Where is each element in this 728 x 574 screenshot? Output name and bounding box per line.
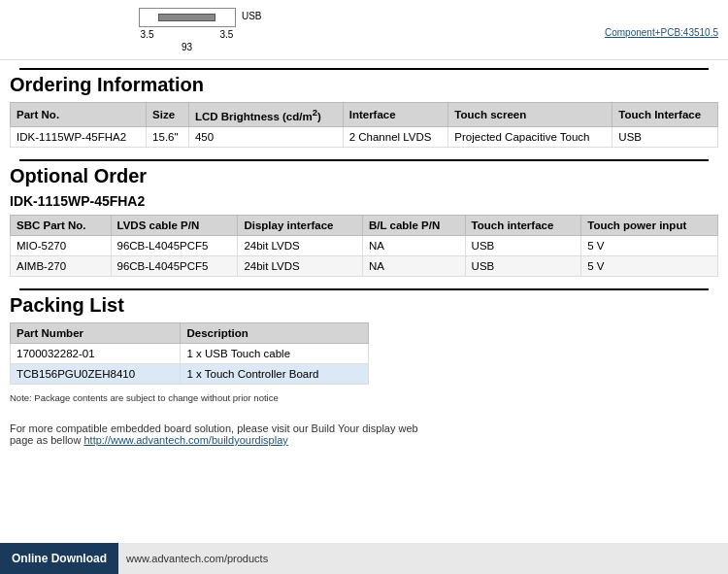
packing-table-header: Part Number Description [11, 322, 369, 343]
dim1-right: 3.5 [220, 29, 234, 40]
footer-text: For more compatible embedded board solut… [0, 403, 728, 454]
th-part-number: Part Number [11, 322, 181, 343]
optional-order-title: Optional Order [10, 165, 718, 187]
th-interface: Interface [343, 103, 448, 127]
cell-bl-0: NA [362, 235, 465, 255]
cell-interface: 2 Channel LVDS [343, 126, 448, 147]
online-download-label: Online Download [0, 543, 118, 574]
cell-lvds-1: 96CB-L4045PCF5 [111, 255, 238, 276]
online-download-url: www.advantech.com/products [118, 543, 728, 574]
diagram-placeholder: USB 3.5 3.5 93 Component [10, 8, 718, 52]
ordering-info-section: Ordering Information Part No. Size LCD B… [0, 60, 728, 152]
cell-bl-1: NA [362, 255, 465, 276]
optional-order-table: SBC Part No. LVDS cable P/N Display inte… [10, 215, 718, 277]
th-touch-interface: Touch Interface [612, 103, 718, 127]
cell-touch-if-0: USB [465, 235, 581, 255]
diagram-box: USB [139, 8, 236, 27]
packing-list-title: Packing List [10, 294, 718, 317]
cell-touch-if-1: USB [465, 255, 581, 276]
th-display-interface: Display interface [238, 215, 363, 235]
optional-order-subtitle: IDK-1115WP-45FHA2 [10, 193, 718, 209]
diagram-area: USB 3.5 3.5 93 Component [0, 0, 728, 60]
dimension-row-1: 3.5 3.5 [141, 29, 234, 40]
usb-label: USB [242, 11, 262, 21]
th-touch-power: Touch power input [581, 215, 718, 235]
th-touch-screen: Touch screen [448, 103, 612, 127]
cell-packing-desc-1: 1 x Touch Controller Board [181, 363, 369, 384]
th-size: Size [147, 103, 189, 127]
cell-touch-interface: USB [612, 126, 718, 147]
optional-table-row-0: MIO-5270 96CB-L4045PCF5 24bit LVDS NA US… [11, 235, 718, 255]
ordering-info-table: Part No. Size LCD Brightness (cd/m2) Int… [10, 102, 718, 148]
optional-table-header: SBC Part No. LVDS cable P/N Display inte… [11, 215, 718, 235]
optional-table-row-1: AIMB-270 96CB-L4045PCF5 24bit LVDS NA US… [11, 255, 718, 276]
cell-part-no: IDK-1115WP-45FHA2 [11, 126, 147, 147]
cell-sbc-part-0: MIO-5270 [11, 235, 112, 255]
th-lvds-cable: LVDS cable P/N [111, 215, 238, 235]
footer-link[interactable]: http://www.advantech.com/buildyourdispla… [83, 434, 287, 446]
cell-display-if-0: 24bit LVDS [238, 235, 363, 255]
th-brightness: LCD Brightness (cd/m2) [188, 103, 343, 127]
th-description: Description [181, 322, 369, 343]
packing-list-section: Packing List Part Number Description 170… [0, 281, 728, 388]
cell-packing-part-0: 1700032282-01 [11, 343, 181, 363]
cell-brightness: 450 [188, 126, 343, 147]
cell-touch-pwr-0: 5 V [581, 235, 718, 255]
ordering-table-header: Part No. Size LCD Brightness (cd/m2) Int… [11, 103, 718, 127]
packing-note: Note: Package contents are subject to ch… [0, 392, 728, 403]
bottom-bar: Online Download www.advantech.com/produc… [0, 543, 728, 574]
cell-packing-part-1: TCB156PGU0ZEH8410 [11, 363, 181, 384]
ordering-divider [19, 68, 709, 70]
optional-order-section: Optional Order IDK-1115WP-45FHA2 SBC Par… [0, 152, 728, 281]
cell-lvds-0: 96CB-L4045PCF5 [111, 235, 238, 255]
component-link[interactable]: Component+PCB:43510.5 [605, 27, 718, 38]
th-bl-cable: B/L cable P/N [362, 215, 465, 235]
diagram-center: USB 3.5 3.5 93 [139, 8, 236, 52]
packing-list-table: Part Number Description 1700032282-01 1 … [10, 322, 369, 385]
th-part-no: Part No. [11, 103, 147, 127]
packing-row-1: TCB156PGU0ZEH8410 1 x Touch Controller B… [11, 363, 369, 384]
dim3: 93 [182, 42, 192, 52]
cell-touch-screen: Projected Capacitive Touch [448, 126, 612, 147]
ordering-info-title: Ordering Information [10, 74, 718, 96]
cell-sbc-part-1: AIMB-270 [11, 255, 112, 276]
th-touch-if: Touch interface [465, 215, 581, 235]
cell-display-if-1: 24bit LVDS [238, 255, 363, 276]
dimension-row-2: 93 [182, 42, 192, 52]
optional-order-divider [19, 159, 709, 161]
packing-divider [19, 288, 709, 290]
dim1-left: 3.5 [141, 29, 154, 40]
cell-touch-pwr-1: 5 V [581, 255, 718, 276]
th-sbc-part: SBC Part No. [11, 215, 112, 235]
packing-row-0: 1700032282-01 1 x USB Touch cable [11, 343, 369, 363]
ordering-table-row-0: IDK-1115WP-45FHA2 15.6" 450 2 Channel LV… [11, 126, 718, 147]
cell-packing-desc-0: 1 x USB Touch cable [181, 343, 369, 363]
cell-size: 15.6" [147, 126, 189, 147]
